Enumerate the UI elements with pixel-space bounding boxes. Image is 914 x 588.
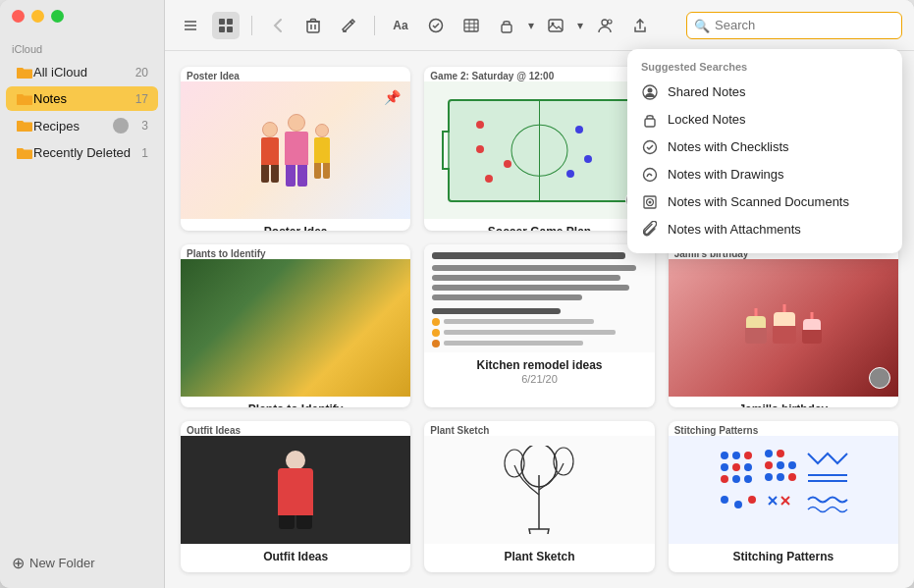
dropdown-locked-notes-label: Locked Notes — [668, 112, 746, 127]
sidebar-item-recipes[interactable]: Recipes 3 — [6, 113, 158, 138]
dropdown-drawings-label: Notes with Drawings — [668, 167, 784, 182]
toolbar-sep-1 — [251, 16, 252, 35]
svg-point-22 — [608, 20, 612, 24]
note-stitching-label-inner: Stitching Patterns — [669, 421, 898, 436]
note-card-plant-sketch[interactable]: Plant Sketch — [424, 421, 654, 572]
delete-button[interactable] — [299, 12, 327, 39]
svg-point-38 — [721, 463, 728, 471]
grid-view-button[interactable] — [212, 12, 240, 39]
svg-point-42 — [732, 475, 740, 483]
sidebar-item-all-icloud-label: All iCloud — [33, 65, 133, 80]
dropdown-item-shared-notes[interactable]: Shared Notes — [627, 79, 902, 106]
dropdown-item-drawings[interactable]: Notes with Drawings — [627, 161, 902, 188]
lock-dropdown-arrow[interactable]: ▾ — [528, 19, 534, 32]
main-area: Aa — [165, 0, 914, 588]
sidebar: iCloud All iCloud 20 Notes 17 — [0, 0, 165, 588]
birthday-title: Jamil's birthday — [676, 402, 890, 408]
recipes-shared-icon — [113, 118, 129, 134]
dropdown-attachments-label: Notes with Attachments — [668, 222, 801, 237]
note-card-outfit[interactable]: Outfit Ideas — [181, 421, 410, 572]
sidebar-item-notes[interactable]: Notes 17 — [6, 86, 158, 111]
note-card-stitching[interactable]: Stitching Patterns — [669, 421, 898, 572]
svg-point-54 — [721, 496, 728, 504]
trash-icon — [306, 18, 320, 33]
svg-point-50 — [777, 473, 784, 481]
sidebar-item-notes-badge: 17 — [133, 92, 148, 106]
plant-sketch-title: Plant Sketch — [432, 550, 646, 563]
note-outfit-thumb — [181, 436, 410, 544]
svg-point-40 — [744, 463, 752, 471]
svg-point-55 — [734, 501, 742, 508]
note-kitchen-thumb — [424, 244, 654, 352]
media-icon — [548, 19, 564, 32]
dropdown-item-attachments[interactable]: Notes with Attachments — [627, 216, 902, 243]
svg-point-45 — [777, 450, 784, 457]
media-dropdown-arrow[interactable]: ▾ — [577, 19, 583, 32]
note-card-kitchen[interactable]: Kitchen remodel ideas 6/21/20 — [424, 244, 654, 408]
note-plants-thumb — [181, 259, 410, 397]
dropdown-scanned-label: Notes with Scanned Documents — [668, 194, 849, 209]
svg-rect-4 — [227, 19, 233, 25]
sidebar-item-recently-deleted-badge: 1 — [133, 146, 148, 160]
back-button[interactable] — [264, 12, 292, 39]
note-card-soccer[interactable]: Game 2: Saturday @ 12:00 — [424, 67, 654, 231]
close-button[interactable] — [12, 10, 25, 23]
note-card-birthday[interactable]: Jamil's birthday — [669, 244, 898, 408]
checklist-icon — [428, 18, 444, 33]
share-button[interactable] — [591, 12, 618, 39]
new-folder-plus-icon: ⊕ — [12, 554, 25, 572]
dropdown-item-scanned[interactable]: Notes with Scanned Documents — [627, 188, 902, 216]
note-plant-sketch-label-inner: Plant Sketch — [424, 421, 654, 436]
compose-button[interactable] — [335, 12, 362, 39]
svg-point-43 — [744, 475, 752, 483]
lock-icon — [500, 18, 513, 33]
dropdown-item-checklists[interactable]: Notes with Checklists — [627, 134, 902, 161]
svg-rect-13 — [464, 20, 478, 31]
note-card-poster-idea[interactable]: Poster Idea 📌 — [181, 67, 410, 231]
sidebar-item-recently-deleted[interactable]: Recently Deleted 1 — [6, 140, 158, 165]
dropdown-item-locked-notes[interactable]: Locked Notes — [627, 106, 902, 134]
new-folder-label: New Folder — [29, 556, 94, 570]
svg-point-47 — [777, 461, 784, 469]
svg-point-35 — [721, 452, 728, 459]
checklist-button[interactable] — [422, 12, 450, 39]
note-card-plants[interactable]: Plants to Identify Plants to Identify 7/… — [181, 244, 410, 408]
list-view-button[interactable] — [177, 12, 204, 39]
grid-icon — [218, 18, 234, 33]
lock-button[interactable] — [493, 12, 520, 39]
search-dropdown: Suggested Searches Shared Notes — [627, 49, 902, 253]
svg-point-44 — [765, 450, 773, 457]
svg-point-36 — [732, 452, 740, 459]
svg-rect-6 — [227, 27, 233, 32]
svg-rect-7 — [307, 22, 319, 32]
sidebar-section-label: iCloud — [0, 35, 164, 59]
stitching-title: Stitching Patterns — [676, 550, 890, 563]
table-button[interactable] — [457, 12, 485, 39]
dropdown-shared-notes-label: Shared Notes — [668, 84, 746, 99]
text-format-button[interactable]: Aa — [387, 12, 414, 39]
svg-rect-25 — [645, 119, 655, 127]
minimize-button[interactable] — [31, 10, 44, 23]
new-folder-button[interactable]: ⊕ New Folder — [12, 554, 152, 572]
svg-point-30 — [649, 200, 652, 203]
svg-rect-18 — [502, 25, 511, 32]
media-button[interactable] — [542, 12, 569, 39]
folder-icon — [16, 66, 33, 80]
svg-point-46 — [765, 461, 773, 469]
svg-point-48 — [788, 461, 796, 469]
compose-icon — [341, 18, 356, 33]
paperclip-icon — [641, 221, 659, 239]
svg-point-37 — [744, 452, 752, 459]
lock-search-icon — [641, 111, 659, 129]
sidebar-item-all-icloud[interactable]: All iCloud 20 — [6, 60, 158, 84]
poster-idea-title: Poster Idea — [188, 225, 403, 231]
svg-rect-19 — [549, 20, 563, 31]
svg-point-27 — [644, 168, 657, 181]
maximize-button[interactable] — [51, 10, 64, 23]
svg-point-56 — [748, 496, 756, 504]
plants-title: Plants to Identify — [188, 402, 403, 408]
export-button[interactable] — [626, 12, 654, 39]
back-icon — [273, 18, 283, 33]
search-input[interactable] — [686, 12, 902, 39]
soccer-title: Soccer Game Plan — [432, 225, 646, 231]
